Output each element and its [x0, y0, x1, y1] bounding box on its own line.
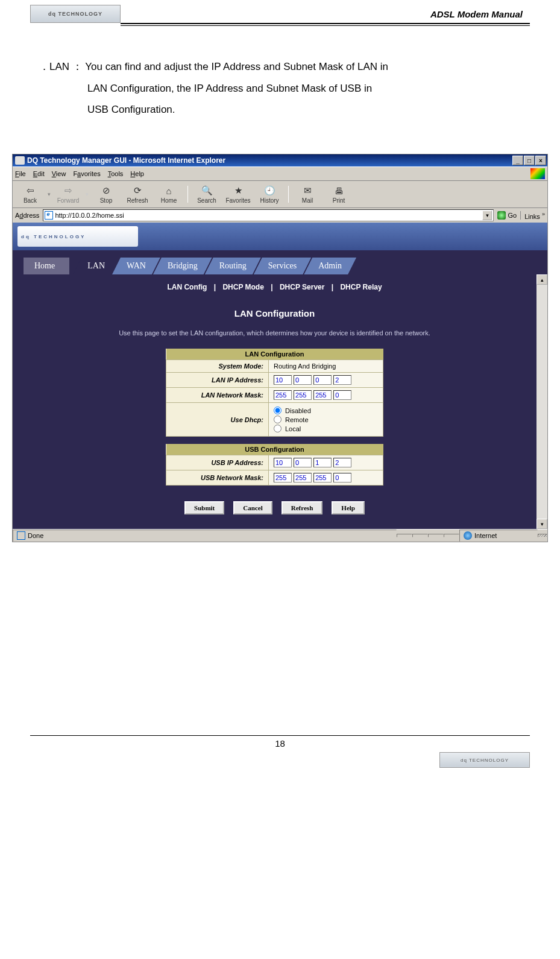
address-dropdown-icon[interactable]: ▼ — [482, 210, 492, 220]
dhcp-local-radio[interactable] — [274, 425, 282, 432]
back-button[interactable]: ⇦Back — [16, 185, 44, 204]
page-number: 18 — [0, 736, 560, 752]
usb-mask-octet3[interactable] — [313, 473, 332, 483]
help-button[interactable]: Help — [332, 501, 365, 514]
subtab-lan-config[interactable]: LAN Config — [165, 283, 209, 291]
scroll-up-button[interactable]: ▴ — [536, 274, 547, 285]
tab-services[interactable]: Services — [254, 258, 311, 274]
print-button[interactable]: 🖶Print — [325, 185, 353, 204]
tab-admin[interactable]: Admin — [304, 258, 356, 274]
dhcp-disabled-option[interactable]: Disabled — [274, 407, 378, 414]
mail-button[interactable]: ✉Mail — [294, 185, 321, 204]
page-heading: LAN Configuration — [13, 297, 536, 326]
usb-mask-octet2[interactable] — [294, 473, 312, 483]
subtab-separator: | — [212, 283, 218, 291]
tab-wan[interactable]: WAN — [112, 258, 160, 274]
usb-ip-octet2[interactable] — [294, 458, 312, 467]
page-icon — [45, 211, 53, 220]
content-main: LAN Config | DHCP Mode | DHCP Server | D… — [13, 274, 536, 529]
refresh-button[interactable]: ⟳Refresh — [124, 185, 151, 204]
lan-ip-label: LAN IP Address: — [166, 373, 269, 388]
tab-lan[interactable]: LAN — [73, 258, 119, 274]
stop-button[interactable]: ⊘Stop — [92, 185, 120, 204]
usb-mask-octet4[interactable] — [333, 473, 351, 483]
menu-help[interactable]: Help — [130, 170, 144, 177]
lan-mask-octet4[interactable] — [333, 390, 351, 400]
usb-ip-octet1[interactable] — [274, 458, 292, 467]
desc-line2: LAN Configuration, the IP Address and Su… — [39, 78, 521, 100]
links-button[interactable]: Links » — [520, 211, 545, 220]
scroll-down-button[interactable]: ▾ — [536, 519, 547, 529]
resize-grip[interactable] — [538, 534, 547, 537]
menu-file[interactable]: File — [15, 170, 26, 177]
footer-logo: dq TECHNOLOGY — [439, 752, 530, 768]
usb-mask-octet1[interactable] — [274, 473, 292, 483]
system-mode-label: System Mode: — [166, 360, 269, 373]
forward-button[interactable]: ⇨Forward — [54, 185, 82, 204]
dhcp-local-option[interactable]: Local — [274, 425, 378, 432]
usb-ip-label: USB IP Address: — [166, 455, 269, 470]
lan-mask-octet3[interactable] — [313, 390, 332, 400]
screenshot-window: DQ Technology Manager GUI - Microsoft In… — [12, 154, 548, 542]
minimize-button[interactable]: _ — [512, 156, 523, 165]
lan-ip-octet1[interactable] — [274, 375, 292, 385]
header-logo: dq TECHNOLOGY — [30, 5, 121, 23]
menu-edit[interactable]: Edit — [33, 170, 45, 177]
toolbar-separator — [187, 186, 188, 203]
lan-ip-octet2[interactable] — [294, 375, 312, 385]
lan-ip-octet3[interactable] — [313, 375, 332, 385]
menu-favorites[interactable]: Favorites — [73, 170, 100, 177]
tab-bridging[interactable]: Bridging — [153, 258, 212, 274]
bullet-sep: ： — [72, 61, 83, 72]
status-text: Done — [13, 530, 397, 542]
dhcp-disabled-radio[interactable] — [274, 407, 282, 414]
lan-ip-octet4[interactable] — [333, 375, 351, 385]
favorites-button[interactable]: ★Favorites — [224, 185, 252, 204]
subtab-dhcp-server[interactable]: DHCP Server — [277, 283, 327, 291]
address-input[interactable] — [55, 212, 482, 219]
action-buttons: Submit Cancel Refresh Help — [13, 493, 536, 529]
maximize-button[interactable]: □ — [524, 156, 535, 165]
subtab-separator: | — [268, 283, 275, 291]
address-bar: Address ▼ Go Links » — [13, 207, 547, 223]
menu-view[interactable]: View — [52, 170, 66, 177]
history-button[interactable]: 🕘History — [256, 185, 283, 204]
usb-ip-octet3[interactable] — [313, 458, 332, 467]
search-button[interactable]: 🔍Search — [193, 185, 221, 204]
dhcp-remote-option[interactable]: Remote — [274, 416, 378, 423]
menu-tools[interactable]: Tools — [108, 170, 124, 177]
cancel-button[interactable]: Cancel — [233, 501, 272, 514]
vertical-scrollbar[interactable]: ▴ ▾ — [536, 274, 547, 529]
desc-line3: USB Configuration. — [39, 99, 521, 121]
lan-mask-octet1[interactable] — [274, 390, 292, 400]
brand-logo: dq TECHNOLOGY — [17, 226, 138, 247]
tab-routing[interactable]: Routing — [205, 258, 261, 274]
usb-mask-value — [269, 470, 383, 486]
scroll-track[interactable] — [536, 285, 547, 519]
sub-tabs: LAN Config | DHCP Mode | DHCP Server | D… — [13, 274, 536, 297]
subtab-dhcp-mode[interactable]: DHCP Mode — [220, 283, 266, 291]
lan-mask-value — [269, 388, 383, 403]
go-icon — [497, 211, 506, 220]
toolbar: ⇦Back ▾ ⇨Forward ▾ ⊘Stop ⟳Refresh ⌂Home … — [13, 180, 547, 207]
home-button[interactable]: ⌂Home — [155, 185, 183, 204]
forward-dropdown-icon[interactable]: ▾ — [86, 191, 89, 197]
status-panel — [412, 534, 428, 537]
lan-ip-value — [269, 373, 383, 388]
go-button[interactable]: Go — [497, 211, 517, 220]
submit-button[interactable]: Submit — [184, 501, 224, 514]
status-panel — [428, 534, 444, 537]
usb-config-table: USB Configuration USB IP Address: USB Ne… — [166, 444, 383, 486]
dhcp-remote-radio[interactable] — [274, 416, 282, 423]
back-dropdown-icon[interactable]: ▾ — [48, 191, 51, 197]
usb-ip-octet4[interactable] — [333, 458, 351, 467]
close-button[interactable]: × — [535, 156, 546, 165]
lan-mask-octet2[interactable] — [294, 390, 312, 400]
lan-config-table: LAN Configuration System Mode: Routing A… — [166, 349, 383, 437]
address-field-wrap[interactable]: ▼ — [43, 209, 494, 221]
web-page: dq TECHNOLOGY Home LAN WAN Bridging Rout… — [13, 223, 547, 529]
tab-home[interactable]: Home — [24, 258, 69, 274]
use-dhcp-label: Use Dhcp: — [166, 403, 269, 437]
subtab-dhcp-relay[interactable]: DHCP Relay — [338, 283, 384, 291]
page-refresh-button[interactable]: Refresh — [282, 501, 322, 514]
